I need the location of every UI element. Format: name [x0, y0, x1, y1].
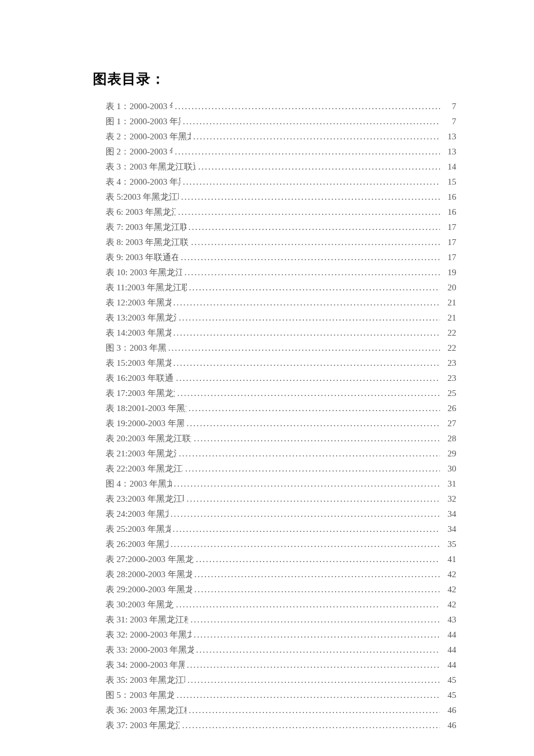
toc-leader-dots	[189, 401, 440, 416]
toc-entry[interactable]: 表 25:2003 年黑龙江联通 VOIP 网情况统计34	[106, 521, 456, 537]
toc-entry-page: 23	[442, 370, 456, 386]
toc-leader-dots	[187, 672, 440, 687]
toc-entry[interactable]: 表 15:2003 年黑龙江联通各项成本费用列表23	[106, 355, 456, 370]
toc-entry-title: 图 2：2000-2003 年黑龙江联通用户地区分布	[106, 144, 172, 159]
toc-entry[interactable]: 表 6: 2003 年黑龙江联通互联网用户数量和结构16	[106, 204, 456, 219]
toc-leader-dots	[176, 597, 440, 612]
toc-entry-title: 表 24:2003 年黑龙江联通传输网情况统计	[106, 506, 168, 521]
toc-entry[interactable]: 表 17:2003 年黑龙江联通 CDMA 业务成本结构25	[106, 386, 456, 401]
toc-entry[interactable]: 表 7: 2003 年黑龙江联通互联网用户上网时间长度和结构17	[106, 219, 456, 235]
toc-leader-dots	[177, 386, 440, 401]
toc-entry-page: 27	[442, 416, 456, 431]
toc-leader-dots	[190, 612, 440, 627]
toc-entry-page: 15	[442, 174, 456, 189]
toc-entry[interactable]: 表 37: 2003 年黑龙江移动主要移动数据业务量统计46	[106, 718, 456, 733]
toc-entry-page: 28	[442, 431, 456, 446]
toc-leader-dots	[183, 174, 440, 189]
toc-entry-page: 29	[442, 446, 456, 461]
toc-entry-page: 22	[442, 340, 456, 355]
toc-entry[interactable]: 表 14:2003 年黑龙江联通业务收入比例分布22	[106, 325, 456, 340]
toc-entry[interactable]: 表 22:2003 年黑龙江联通各地 CDMA 营业厅数量统计30	[106, 461, 456, 476]
toc-leader-dots	[174, 295, 440, 310]
toc-entry[interactable]: 表 2：2000-2003 年黑龙江联通 GSM 和 CDMA 用户数量变化13	[106, 129, 456, 144]
toc-entry[interactable]: 表 32: 2000-2003 年黑龙江移动和联通 GSM 基站数量变化(个)4…	[106, 627, 456, 642]
toc-entry[interactable]: 图 4：2003 年黑龙江联通手机出货渠道结构31	[106, 476, 456, 491]
toc-entry[interactable]: 图 5：2003 年黑龙江移动短信息发送种类结构45	[106, 687, 456, 703]
toc-entry-page: 44	[442, 657, 456, 672]
toc-entry-title: 表 7: 2003 年黑龙江联通互联网用户上网时间长度和结构	[106, 219, 186, 235]
toc-entry-page: 45	[442, 672, 456, 687]
toc-entry[interactable]: 表 13:2003 年黑龙江联通移动通信业务收入变化21	[106, 310, 456, 325]
toc-entry[interactable]: 表 11:2003 年黑龙江联通 193 长途通信业务量及业务结构20	[106, 280, 456, 295]
toc-leader-dots	[194, 431, 440, 446]
toc-entry[interactable]: 表 12:2003 年黑龙江联通寻呼用户数量变化21	[106, 295, 456, 310]
toc-leader-dots	[193, 129, 440, 144]
toc-entry[interactable]: 表 35: 2003 年黑龙江联通 GSM 和 CDMA 短消息发送量45	[106, 672, 456, 687]
toc-entry[interactable]: 图 1：2000-2003 年黑龙江省移动通信业务收入变化7	[106, 114, 456, 129]
toc-leader-dots	[187, 657, 440, 672]
toc-entry-title: 表 23:2003 年黑龙江联通客户服务网点和设备情况统计	[106, 491, 184, 506]
toc-entry[interactable]: 表 20:2003 年黑龙江联通营业厅、专卖店、营销网点数量统计28	[106, 431, 456, 446]
toc-entry-title: 表 22:2003 年黑龙江联通各地 CDMA 营业厅数量统计	[106, 461, 183, 476]
toc-leader-dots	[174, 325, 440, 340]
toc-entry[interactable]: 表 16:2003 年联通各种业务盈利情况比例分布23	[106, 370, 456, 386]
toc-entry-title: 表 20:2003 年黑龙江联通营业厅、专卖店、营销网点数量统计	[106, 431, 192, 446]
toc-entry-page: 45	[442, 687, 456, 703]
toc-entry-title: 表 35: 2003 年黑龙江联通 GSM 和 CDMA 短消息发送量	[106, 672, 185, 687]
toc-leader-dots	[194, 627, 440, 642]
toc-entry-page: 17	[442, 235, 456, 250]
toc-entry-title: 表 3：2003 年黑龙江联通 GSM 和 CDMA 的 ARPU、MOU 值统…	[106, 159, 196, 174]
toc-entry-title: 表 29:2000-2003 年黑龙江移动和联通新增用户份额对比（%）	[106, 582, 192, 597]
toc-entry[interactable]: 表 24:2003 年黑龙江联通传输网情况统计34	[106, 506, 456, 521]
toc-entry[interactable]: 表 23:2003 年黑龙江联通客户服务网点和设备情况统计32	[106, 491, 456, 506]
toc-entry-title: 表 26:2003 年黑龙江联通互联网容量统计	[106, 537, 168, 552]
toc-entry[interactable]: 表 29:2000-2003 年黑龙江移动和联通新增用户份额对比（%）42	[106, 582, 456, 597]
toc-entry[interactable]: 表 4：2000-2003 年黑龙江联通 ARPU 和 MOU 变化15	[106, 174, 456, 189]
toc-entry-title: 表 17:2003 年黑龙江联通 CDMA 业务成本结构	[106, 386, 175, 401]
toc-entry-page: 44	[442, 627, 456, 642]
toc-entry[interactable]: 表 1：2000-2003 年黑龙江移动通信业务收入7	[106, 99, 456, 114]
toc-entry[interactable]: 表 10: 2003 年黑龙江联通短消息平均发送量和 ARPU19	[106, 265, 456, 280]
toc-entry-title: 表 8: 2003 年黑龙江联通用户 GSM 和 CDMA 短消息发送量	[106, 235, 189, 250]
toc-leader-dots	[175, 99, 440, 114]
toc-entry[interactable]: 表 28:2000-2003 年黑龙江移动和联通用户数量份额对比（%）42	[106, 567, 456, 582]
toc-entry-title: 表 1：2000-2003 年黑龙江移动通信业务收入	[106, 99, 172, 114]
toc-entry[interactable]: 表 36: 2003 年黑龙江移动主要移动数据业务用户量(万户)46	[106, 703, 456, 718]
toc-entry-title: 表 6: 2003 年黑龙江联通互联网用户数量和结构	[106, 204, 176, 219]
toc-entry-title: 表 33: 2000-2003 年黑龙江移动和联通 GSM 基站容量变化(信道)	[106, 642, 194, 657]
toc-entry-title: 表 5:2003 年黑龙江联通 IP 长途通信时间长度结构	[106, 189, 179, 204]
toc-entry-page: 42	[442, 597, 456, 612]
toc-entry-page: 32	[442, 491, 456, 506]
toc-entry-title: 表 10: 2003 年黑龙江联通短消息平均发送量和 ARPU	[106, 265, 182, 280]
toc-leader-dots	[186, 491, 440, 506]
toc-entry[interactable]: 表 19:2000-2003 年黑龙江联通 GSM 移动网络容量变化27	[106, 416, 456, 431]
toc-leader-dots	[179, 310, 440, 325]
toc-entry-title: 表 30:2003 年黑龙江移动和联通网络容量对比	[106, 597, 174, 612]
toc-entry[interactable]: 图 2：2000-2003 年黑龙江联通用户地区分布13	[106, 144, 456, 159]
toc-entry[interactable]: 表 27:2000-2003 年黑龙江移动和联通业务收入市场份额对比(%)41	[106, 552, 456, 567]
toc-entry-title: 表 37: 2003 年黑龙江移动主要移动数据业务量统计	[106, 718, 180, 733]
toc-entry-title: 表 27:2000-2003 年黑龙江移动和联通业务收入市场份额对比(%)	[106, 552, 193, 567]
toc-entry-page: 35	[442, 537, 456, 552]
toc-leader-dots	[176, 370, 440, 386]
toc-entry[interactable]: 表 8: 2003 年黑龙江联通用户 GSM 和 CDMA 短消息发送量17	[106, 235, 456, 250]
toc-leader-dots	[171, 537, 440, 552]
toc-entry[interactable]: 表 18:2001-2003 年黑龙江联通 CDMA 移动网络容量变化26	[106, 401, 456, 416]
toc-entry[interactable]: 表 3：2003 年黑龙江联通 GSM 和 CDMA 的 ARPU、MOU 值统…	[106, 159, 456, 174]
toc-entry-title: 表 2：2000-2003 年黑龙江联通 GSM 和 CDMA 用户数量变化	[106, 129, 191, 144]
toc-leader-dots	[191, 235, 440, 250]
toc-entry[interactable]: 表 33: 2000-2003 年黑龙江移动和联通 GSM 基站容量变化(信道)…	[106, 642, 456, 657]
toc-entry[interactable]: 表 34: 2000-2003 年黑龙江移动和联通交换机实装率(%)44	[106, 657, 456, 672]
toc-entry[interactable]: 图 3：2003 年黑龙江联通业务收入结构22	[106, 340, 456, 355]
toc-entry[interactable]: 表 30:2003 年黑龙江移动和联通网络容量对比42	[106, 597, 456, 612]
toc-leader-dots	[174, 355, 440, 370]
toc-entry-page: 30	[442, 461, 456, 476]
toc-entry[interactable]: 表 5:2003 年黑龙江联通 IP 长途通信时间长度结构16	[106, 189, 456, 204]
toc-entry[interactable]: 表 9: 2003 年联通在信合作 ICP 和业务种类一览表17	[106, 250, 456, 265]
toc-entry[interactable]: 表 31: 2003 年黑龙江移动和联通 GSM 网络容量变化(交换)43	[106, 612, 456, 627]
toc-leader-dots	[198, 159, 440, 174]
toc-entry[interactable]: 表 21:2003 年黑龙江邮政代理联通发展用户统计29	[106, 446, 456, 461]
toc-leader-dots	[181, 189, 440, 204]
toc-entry[interactable]: 表 26:2003 年黑龙江联通互联网容量统计35	[106, 537, 456, 552]
toc-leader-dots	[189, 219, 440, 235]
